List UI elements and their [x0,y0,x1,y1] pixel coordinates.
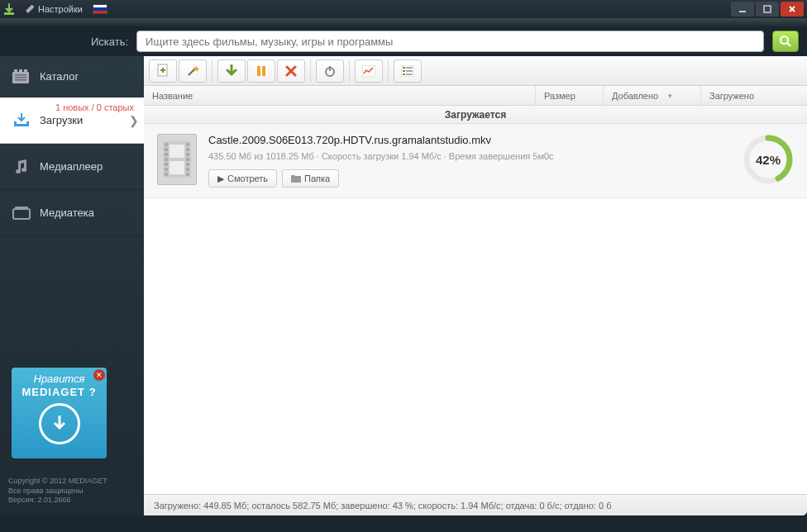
svg-rect-39 [170,145,184,158]
wrench-icon [25,4,35,14]
toolbar [144,56,807,86]
list-button[interactable] [394,59,422,83]
list-icon [401,65,414,77]
chevron-right-icon: ❯ [129,114,139,127]
power-icon [323,64,337,78]
sidebar-item-mediaplayer[interactable]: Медиаплеер [0,144,144,190]
column-size[interactable]: Размер [536,86,604,105]
svg-rect-26 [165,148,168,151]
maximize-button[interactable] [756,2,779,17]
svg-rect-37 [186,168,189,171]
svg-rect-18 [403,67,405,69]
svg-rect-27 [165,153,168,156]
sidebar-item-label: Каталог [40,70,79,83]
settings-button[interactable]: Настройки [20,2,88,16]
footer-version: Версия: 2.01.2666 [8,496,136,506]
svg-rect-30 [165,168,168,171]
footer-rights: Все права защищены [8,487,136,496]
chart-button[interactable] [355,59,383,83]
start-button[interactable] [217,59,246,83]
sidebar-item-mediateka[interactable]: Медиатека [0,190,144,236]
progress-percent: 42% [743,134,794,185]
music-icon [12,159,31,175]
svg-rect-14 [262,66,265,76]
search-input[interactable] [136,31,764,52]
download-tray-icon [12,112,31,129]
sort-indicator-icon: ▾ [661,93,678,98]
promo-box[interactable]: ✕ Нравится MEDIAGET ? [12,368,107,458]
svg-rect-31 [165,173,168,176]
app-icon [3,3,15,15]
add-button[interactable] [149,59,177,83]
search-icon [779,35,792,48]
svg-rect-23 [406,74,413,75]
svg-rect-13 [257,66,260,76]
column-loaded[interactable]: Загружено [701,86,807,105]
folder-icon [291,174,301,183]
promo-download-icon [39,403,80,444]
svg-rect-19 [406,67,413,69]
sidebar-item-downloads[interactable]: 1 новых / 0 старых Загрузки ❯ [0,97,144,144]
folder-label: Папка [304,173,330,183]
svg-rect-36 [186,163,189,166]
svg-rect-22 [403,74,405,75]
wizard-button[interactable] [179,59,207,83]
svg-rect-11 [15,207,28,209]
flag-ru-icon[interactable] [93,4,107,14]
promo-close-button[interactable]: ✕ [93,369,105,381]
power-button[interactable] [316,59,344,83]
section-downloading: Загружается [144,106,807,124]
svg-rect-25 [165,143,168,146]
svg-rect-5 [19,69,22,72]
svg-rect-34 [186,153,189,156]
downloads-badge: 1 новых / 0 старых [55,102,134,112]
promo-line2: MEDIAGET ? [21,386,96,399]
search-button[interactable] [772,31,799,52]
delete-button[interactable] [277,59,305,83]
sidebar-item-label: Медиаплеер [40,160,103,173]
svg-point-2 [781,36,788,44]
column-name[interactable]: Название [144,86,536,105]
sidebar-item-catalog[interactable]: Каталог [0,56,144,97]
svg-rect-28 [165,158,168,161]
column-added[interactable]: Добавлено▾ [604,86,701,105]
library-icon [12,205,31,221]
svg-rect-29 [165,163,168,166]
svg-rect-0 [739,11,746,12]
svg-rect-9 [15,79,26,81]
titlebar: Настройки [0,0,807,18]
svg-rect-10 [13,209,30,219]
chart-icon [362,65,375,77]
promo-line1: Нравится [34,373,85,386]
download-title: Castle.2009.S06E013.720p.HDTV.rus.gramal… [208,134,731,146]
watch-label: Смотреть [227,173,268,183]
svg-rect-40 [170,161,184,174]
pause-icon [255,65,267,77]
statusbar-text: Загружено: 449.85 Мб; осталось 582.75 Мб… [154,501,611,511]
close-button[interactable] [781,2,804,17]
svg-rect-4 [14,69,17,72]
pause-button[interactable] [247,59,275,83]
minimize-button[interactable] [731,2,754,17]
svg-rect-1 [764,6,771,12]
sidebar: Каталог 1 новых / 0 старых Загрузки ❯ Ме… [0,56,144,515]
footer: Copyright © 2012 MEDIAGET Все права защи… [0,470,144,515]
search-label: Искать: [91,36,128,48]
catalog-icon [12,69,31,85]
svg-rect-21 [406,70,413,72]
download-arrow-icon [225,64,238,78]
play-icon: ▶ [217,173,224,184]
progress-ring: 42% [743,134,794,185]
svg-rect-7 [15,74,26,76]
settings-label: Настройки [38,4,83,14]
svg-rect-32 [186,143,189,146]
footer-copyright: Copyright © 2012 MEDIAGET [8,477,136,487]
delete-icon [285,65,297,77]
watch-button[interactable]: ▶ Смотреть [208,169,277,188]
download-item[interactable]: Castle.2009.S06E013.720p.HDTV.rus.gramal… [144,124,807,198]
download-stats: 435.50 Мб из 1018.25 Мб · Скорость загру… [208,151,731,161]
folder-button[interactable]: Папка [282,169,339,188]
content: Название Размер Добавлено▾ Загружено Заг… [144,56,807,515]
svg-rect-35 [186,158,189,161]
svg-rect-8 [15,77,26,78]
